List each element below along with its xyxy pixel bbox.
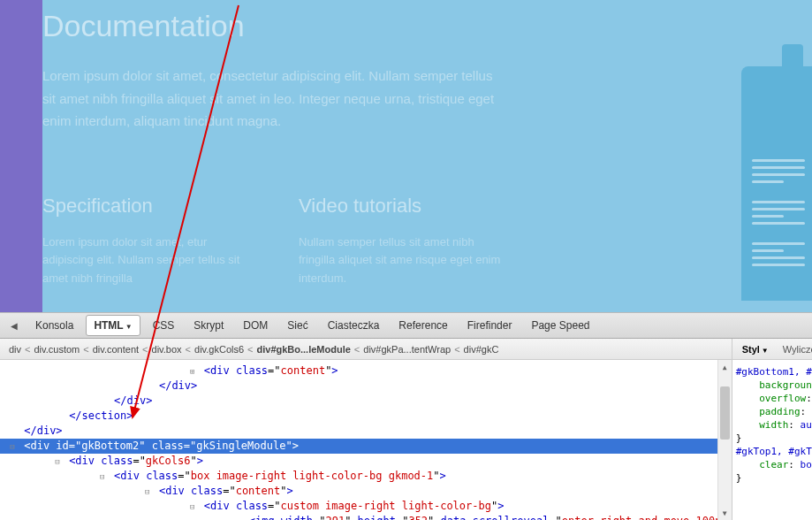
code-line[interactable]: ⊟ <div class="custom image-right light-c… [0, 499, 732, 514]
tab-reference[interactable]: Reference [391, 316, 454, 335]
col-video: Video tutorials Nullam semper tellus sit… [299, 195, 511, 288]
code-line[interactable]: ⊞ <div class="content"> [0, 363, 732, 379]
crumb[interactable]: div.gkCols6 [191, 344, 247, 355]
tab-dom[interactable]: DOM [236, 316, 275, 335]
style-tabs: Styl▼ Wyliczone Układ DOM [732, 339, 812, 360]
content-section: Documentation Lorem ipsum dolor sit amet… [42, 0, 812, 312]
scroll-up-icon[interactable]: ▲ [718, 360, 732, 374]
code-line[interactable]: </div> [0, 424, 732, 439]
breadcrumb: div < div.custom < div.content < div.box… [0, 339, 732, 360]
html-panel: div < div.custom < div.content < div.box… [0, 339, 732, 520]
css-property[interactable]: overflow: hidden; [736, 392, 812, 405]
doc-heading: Documentation [42, 9, 812, 43]
columns: Specification Lorem ipsum dolor sit amet… [42, 195, 812, 288]
crumb[interactable]: div.content [89, 344, 142, 355]
col-title: Video tutorials [299, 195, 511, 218]
tab-siec[interactable]: Sieć [280, 316, 315, 335]
crumb[interactable]: div [5, 344, 25, 355]
tab-skrypt[interactable]: Skrypt [186, 316, 231, 335]
col-specification: Specification Lorem ipsum dolor sit amet… [42, 195, 254, 288]
css-brace: } [736, 432, 812, 445]
css-selector[interactable]: #gkBottom1, #gkBottom2, #gkBottom3, #gkB… [736, 365, 812, 379]
code-line[interactable]: ⊟ <div id="gkBottom2" class="gkSingleMod… [0, 439, 732, 454]
col-title: Specification [42, 195, 254, 218]
code-line[interactable]: </section> [0, 409, 732, 424]
code-line[interactable]: </div> [0, 379, 732, 394]
collapse-icon[interactable]: ⊟ [97, 470, 108, 484]
collapse-icon[interactable]: ⊟ [187, 500, 198, 514]
col-text: Lorem ipsum dolor sit amet, etur adipisc… [42, 233, 254, 288]
tab-css[interactable]: CSS [146, 316, 182, 335]
tab-pagespeed[interactable]: Page Speed [524, 316, 596, 335]
code-line[interactable]: ⊟ <div class="gkCols6"> [0, 454, 732, 469]
collapse-icon[interactable]: ⊟ [142, 485, 153, 499]
css-property[interactable]: background: none repeat scroll; [736, 379, 812, 392]
dropdown-icon: ▼ [762, 347, 769, 355]
expand-icon[interactable]: ⊞ [187, 364, 198, 379]
code-pane[interactable]: ⊞ <div class="content"> </div> </div> </… [0, 360, 732, 520]
scroll-down-icon[interactable]: ▼ [718, 506, 732, 520]
doc-intro: Lorem ipsum dolor sit amet, consectetur … [42, 65, 502, 133]
tab-konsola[interactable]: Konsola [28, 316, 80, 335]
device-illustration [715, 44, 812, 301]
css-brace: } [736, 471, 812, 485]
col-text: Nullam semper tellus sit amet nibh fring… [299, 233, 511, 288]
style-tab-styl[interactable]: Styl▼ [736, 341, 775, 357]
css-selector[interactable]: #gkTop1, #gkTop2, #gkBottom1, #gkBottom2… [736, 445, 812, 458]
collapse-icon[interactable]: ⊟ [7, 440, 18, 454]
css-property[interactable]: padding: 0 120px; [736, 405, 812, 418]
devtools-lower: div < div.custom < div.content < div.box… [0, 339, 812, 520]
style-tab-wyliczone[interactable]: Wyliczone [777, 341, 812, 357]
scrollbar-thumb[interactable] [720, 386, 730, 440]
tab-firefinder[interactable]: Firefinder [460, 316, 520, 335]
css-property[interactable]: clear: both; [736, 458, 812, 471]
panel-toggle-icon[interactable]: ◀ [11, 321, 18, 331]
collapse-icon[interactable]: ⊟ [52, 455, 63, 469]
dropdown-icon: ▼ [125, 323, 133, 331]
code-line[interactable]: <img width="291" height="352" data-scrol… [0, 514, 732, 520]
code-line[interactable]: </div> [0, 394, 732, 409]
code-line[interactable]: ⊟ <div class="box image-right light-colo… [0, 469, 732, 484]
tab-html[interactable]: HTML▼ [86, 315, 140, 336]
devtools-toolbar: ◀ Konsola HTML▼ CSS Skrypt DOM Sieć Cias… [0, 312, 812, 339]
crumb[interactable]: div#gkBo...leModule [254, 344, 354, 355]
css-pane[interactable]: #gkBottom1, #gkBottom2, #gkBottom3, #gkB… [732, 360, 812, 520]
sidebar-strip [0, 0, 42, 312]
css-property[interactable]: width: auto; [736, 418, 812, 432]
crumb[interactable]: div.box [148, 344, 186, 355]
code-line[interactable]: ⊟ <div class="content"> [0, 484, 732, 499]
crumb[interactable]: div#gkC [460, 344, 503, 355]
crumb[interactable]: div#gkPa...tentWrap [360, 344, 454, 355]
tab-ciasteczka[interactable]: Ciasteczka [321, 316, 387, 335]
scrollbar-vertical[interactable]: ▲ ▼ [717, 360, 732, 520]
page-preview: Documentation Lorem ipsum dolor sit amet… [0, 0, 812, 312]
style-panel: Styl▼ Wyliczone Układ DOM #gkBottom1, #g… [732, 339, 812, 520]
crumb[interactable]: div.custom [31, 344, 84, 355]
